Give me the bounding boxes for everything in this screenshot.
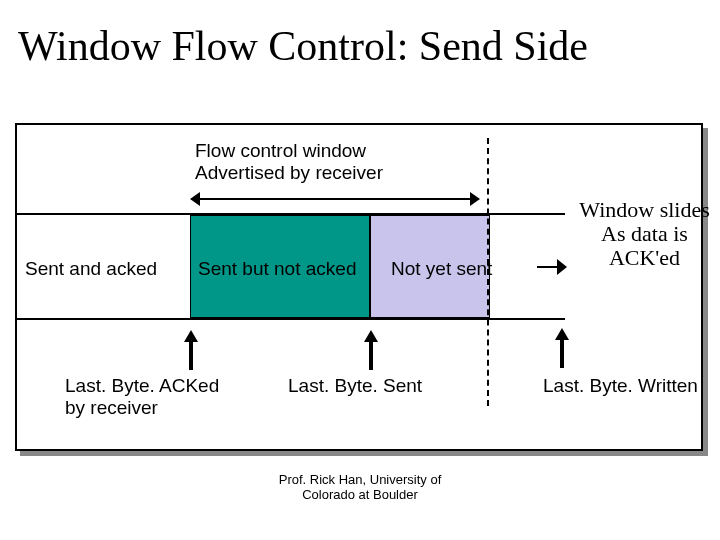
label-not-yet-sent: Not yet sent (391, 258, 492, 280)
pointer-last-byte-acked (184, 330, 198, 370)
footer-line2: Colorado at Boulder (0, 487, 720, 502)
window-slides-line2: As data is (567, 222, 720, 246)
pointer-last-byte-written (555, 328, 569, 368)
window-slides-note: Window slides As data is ACK'ed (567, 198, 720, 270)
arrow-right-head-icon (557, 259, 567, 275)
arrow-right-head-icon (470, 192, 480, 206)
label-last-byte-written: Last. Byte. Written (543, 375, 698, 397)
flow-control-label: Flow control window Advertised by receiv… (195, 140, 383, 184)
advertised-window-boundary-line (487, 138, 489, 406)
label-sent-but-not-acked: Sent but not acked (198, 258, 356, 280)
arrow-left-head-icon (190, 192, 200, 206)
slide-title: Window Flow Control: Send Side (18, 22, 588, 70)
label-last-byte-acked-line1: Last. Byte. ACKed (65, 375, 219, 397)
label-sent-and-acked: Sent and acked (25, 258, 157, 280)
label-last-byte-acked: Last. Byte. ACKed by receiver (65, 375, 219, 419)
label-last-byte-sent: Last. Byte. Sent (288, 375, 422, 397)
buffer-line-bottom (17, 318, 565, 320)
window-slides-arrow (537, 259, 567, 275)
label-last-byte-acked-line2: by receiver (65, 397, 219, 419)
slide-footer: Prof. Rick Han, University of Colorado a… (0, 472, 720, 502)
flow-control-label-line1: Flow control window (195, 140, 383, 162)
window-slides-line3: ACK'ed (567, 246, 720, 270)
flow-window-span-arrow (190, 192, 480, 206)
flow-control-label-line2: Advertised by receiver (195, 162, 383, 184)
footer-line1: Prof. Rick Han, University of (0, 472, 720, 487)
pointer-last-byte-sent (364, 330, 378, 370)
window-slides-line1: Window slides (567, 198, 720, 222)
